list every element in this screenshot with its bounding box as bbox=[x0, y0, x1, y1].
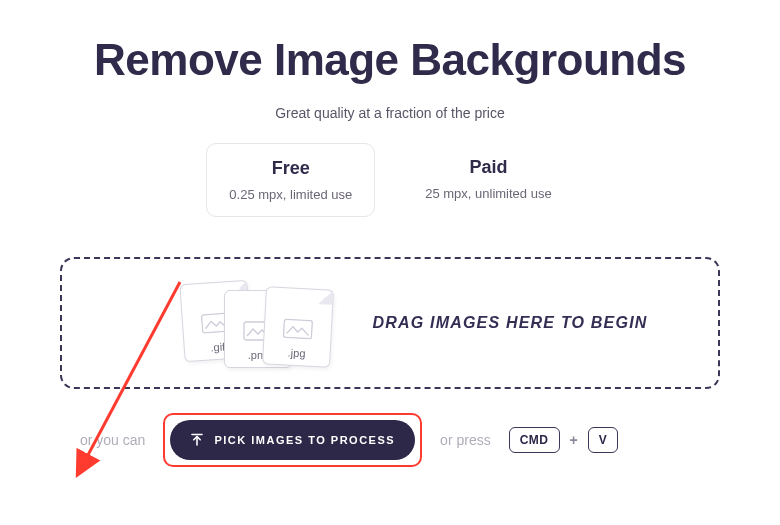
pricing-tiers: Free 0.25 mpx, limited use Paid 25 mpx, … bbox=[60, 143, 720, 217]
dropzone[interactable]: .gif .png .jpg DRAG IMAGES HERE TO BEGIN bbox=[60, 257, 720, 389]
tier-paid[interactable]: Paid 25 mpx, unlimited use bbox=[403, 143, 573, 217]
actions-prefix: or you can bbox=[80, 432, 145, 448]
tier-paid-title: Paid bbox=[425, 157, 551, 178]
page-subtitle: Great quality at a fraction of the price bbox=[60, 105, 720, 121]
image-icon bbox=[283, 318, 314, 340]
key-plus: + bbox=[570, 432, 578, 448]
page-title: Remove Image Backgrounds bbox=[60, 35, 720, 85]
keyboard-shortcut: CMD + V bbox=[509, 427, 619, 453]
tier-free-detail: 0.25 mpx, limited use bbox=[229, 187, 352, 202]
tier-free-title: Free bbox=[229, 158, 352, 179]
actions-row: or you can PICK IMAGES TO PROCESS or pre… bbox=[60, 413, 720, 467]
tier-free[interactable]: Free 0.25 mpx, limited use bbox=[206, 143, 375, 217]
pick-button-highlight: PICK IMAGES TO PROCESS bbox=[163, 413, 422, 467]
file-ext-label: .jpg bbox=[288, 347, 306, 360]
dropzone-prompt: DRAG IMAGES HERE TO BEGIN bbox=[372, 314, 647, 332]
file-type-illustration: .gif .png .jpg bbox=[182, 278, 322, 368]
key-cmd: CMD bbox=[509, 427, 560, 453]
file-card-jpg: .jpg bbox=[262, 286, 334, 367]
pick-images-button[interactable]: PICK IMAGES TO PROCESS bbox=[170, 420, 415, 460]
actions-suffix: or press bbox=[440, 432, 491, 448]
tier-paid-detail: 25 mpx, unlimited use bbox=[425, 186, 551, 201]
upload-icon bbox=[190, 433, 204, 447]
key-v: V bbox=[588, 427, 619, 453]
svg-rect-2 bbox=[284, 319, 313, 338]
pick-button-label: PICK IMAGES TO PROCESS bbox=[214, 434, 395, 446]
